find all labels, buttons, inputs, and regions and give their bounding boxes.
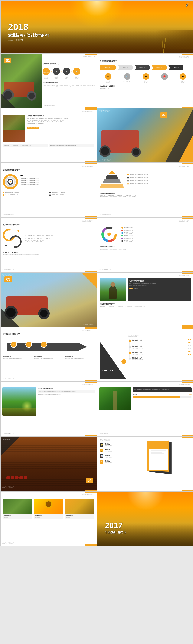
s13-add-text: 请此添加相关文字 xyxy=(128,335,191,337)
slide3-bottom-bar xyxy=(182,106,193,108)
s5-label: 点击添加相关标题文字 xyxy=(99,159,111,161)
s15-panel: 请此添加相关文字请此添加相关文字请此添加相关文字请此添加相关文字 xyxy=(133,388,192,392)
s7-bottom-bar xyxy=(182,216,193,217)
s6-item1: 请此添加相关文字请此添加 xyxy=(5,192,19,193)
s16-add-text: 请此添加相关文字 xyxy=(2,438,13,440)
s7-label: 点击添加相关标题文字 xyxy=(99,214,111,216)
slide2-heading: 点击添加相关标题文字 xyxy=(43,62,95,65)
tl4-title: 请此添加相关文字 xyxy=(132,357,143,359)
s11-bottom-title: 点击添加相关标题文字 xyxy=(100,303,191,305)
s5-add-text: 请此添加相关文字 xyxy=(99,110,110,112)
s12-bottom-bar xyxy=(85,380,97,381)
s7-top-bar xyxy=(182,163,193,164)
s18-bottom-bar xyxy=(85,544,97,546)
s9-label: 点击添加相关标题文字 xyxy=(99,269,111,270)
slide-13: YOUR TITLE 请此添加相关文字 请此添加相关文字 请此添加相关文字请此添… xyxy=(97,327,193,382)
s4-text1: 请此添加相关文字请此添加相关文字请此添加相关文字请此添加相关文字请此添加 xyxy=(27,118,94,120)
s18-label: 点击添加相关标题文字 xyxy=(2,542,14,544)
cover-subtitle: 主讲人：王图PPT xyxy=(8,39,49,42)
end-text: 千图感谢一路有你 xyxy=(105,531,126,534)
slide-2: 01 请此添加相关文字 点击添加相关标题文字 ✈ 请此添加相关文字 → ↗ → xyxy=(0,54,97,108)
s4-grid2: 请此添加相关文字请此添加相关文字请此添加相关文字 xyxy=(50,144,93,146)
s8-text3: 请此添加相关文字请此添加相关文字 xyxy=(25,240,94,242)
s8-add-text: 请此添加相关文字 xyxy=(3,220,93,222)
step-num-3: 3 xyxy=(43,343,45,346)
sub-title: 点击添加相关标题文字 xyxy=(43,82,95,84)
slide3-bottom-title: 点击添加相关标题文字 xyxy=(100,85,191,87)
s4-top-bar xyxy=(85,108,97,110)
s18-card3-text: 请此添加相关文字 xyxy=(66,517,93,518)
s7-title: 点击添加相关标题文字 xyxy=(100,192,191,194)
slide-5: 02 请此添加相关文字 点击添加相关标题文字 xyxy=(97,108,193,163)
slide-3: 请此添加相关文字 点击添加相关标题文字 请此添加 请此添加 请此添加 请此添加 xyxy=(97,54,193,108)
s17-icon1: 请此添加 xyxy=(105,443,112,445)
s15-progress-pct: 80% xyxy=(190,394,192,396)
s16-label: 点击添加相关标题文字 xyxy=(2,486,14,488)
s6-title: 点击添加相关标题文字 xyxy=(3,169,94,171)
step-num-1: 1 xyxy=(13,343,14,346)
s10-label: 点击添加相关标题文字 xyxy=(83,324,95,325)
s4-img2 xyxy=(3,130,25,142)
end-year: 2017 xyxy=(105,521,126,530)
s12-text2-title: 请此添加标题 xyxy=(34,356,63,358)
s18-card1-text: 请此添加相关文字 xyxy=(4,517,31,518)
step-03: 03 xyxy=(6,277,10,281)
slide-6: 请此添加相关文字 点击添加相关标题文字 ➤ 请此添加相关文字请此添加相关文字 请… xyxy=(0,163,97,217)
s7-text: 请此添加相关文字请此添加相关文字请此添加相关文字请此添加相关文字 xyxy=(100,195,191,197)
s11-top-bar xyxy=(182,273,193,274)
slide-17: 请此添加相关文字 📁 请此添加 请此添加相关文字 🔔 请此添加 请此添加相 xyxy=(97,437,193,491)
s14-text2: 请此添加相关文字请此添加相关文字请此添加相关文字 xyxy=(38,394,95,396)
circle-label-search: 请此添加相关文字 xyxy=(123,80,131,82)
slide-15: 请此添加相关文字 请此添加相关文字请此添加相关文字请此添加相关文字请此添加相关文… xyxy=(97,382,193,436)
s4-text3: 请此添加相关文字请此添加相关文字 xyxy=(27,122,94,124)
tl3-text: 请此添加相关文字请此添加 xyxy=(132,354,143,354)
slide-14: 请此添加相关文字 点击添加相关标题文字 请此添加相关文字请此添加相关文字请此添加… xyxy=(0,382,97,436)
s18-card2-title: 请此添加标题 xyxy=(35,514,63,516)
s9-top-bar xyxy=(182,218,193,219)
tl4-text: 请此添加相关文字请此添加 xyxy=(132,359,143,360)
s17-icon1-text: 请此添加相关文字 xyxy=(105,445,112,446)
s6-bottom-bar xyxy=(85,216,97,217)
s12-label: 点击添加相关标题文字 xyxy=(2,378,14,380)
s15-label: 点击添加相关标题文字 xyxy=(99,433,111,434)
s12-text3-body: 请此添加相关文字请此添加相关文字请此添加 xyxy=(65,358,94,359)
s12-text3-title: 请此添加标题 xyxy=(65,356,94,358)
s14-add-text: 请此添加相关文字 xyxy=(2,384,93,386)
s12-text1-body: 请此添加相关文字请此添加相关文字请此添加 xyxy=(3,358,32,359)
slide-19: 2017 千图感谢一路有你 www.tusancai.com 05940616 xyxy=(97,491,193,546)
s18-card3-title: 请此添加标题 xyxy=(66,514,93,516)
s10-add-text: 请此添加相关文字 xyxy=(2,274,13,276)
slide-18: 请此添加相关文字 请此添加标题 请此添加相关文字 请此添加标题 xyxy=(0,491,97,546)
step-01: 01 xyxy=(6,58,10,62)
s14-bottom-bar xyxy=(85,435,97,436)
s11-panel-text2: 请此添加相关文字请此添加相关文字 xyxy=(129,285,190,286)
s14-label: 点击添加相关标题文字 xyxy=(2,433,14,434)
s17-icon3-text: 请此添加相关文字 xyxy=(105,456,112,458)
s14-title: 点击添加相关标题文字 xyxy=(38,388,95,390)
slide-cover: 🔊 2018 农业招商引资计划书PPT 主讲人：王图PPT xyxy=(0,0,193,53)
s7-item2: 请此添加相关文字请此添加相关文字 xyxy=(130,177,148,178)
s8-bottom-text: 请此添加相关文字请此添加相关文字请此添加相关文字请此添加相关文字 xyxy=(3,254,94,256)
tl1-text: 请此添加相关文字请此添加 xyxy=(132,341,143,342)
s14-top-bar xyxy=(85,382,97,383)
s15-progress-label: 请此添加 xyxy=(133,394,137,396)
slide3-bottom-text: 请此添加相关文字 xyxy=(100,88,191,90)
slide3-add-title: 请此添加相关文字 xyxy=(100,56,190,58)
s9-item5: 请此添加相关文字 xyxy=(124,238,133,239)
speaker-icon: 🔊 xyxy=(185,3,190,7)
tl2-text: 请此添加相关文字请此添加 xyxy=(132,348,143,348)
slide-10: 03 请此添加相关文字 点击添加相关标题文字 xyxy=(0,272,97,327)
s9-bottom-text: 请此添加相关文字请此添加相关文字请此添加相关文字 xyxy=(100,248,191,250)
desc4: 请此添加相关文字 xyxy=(73,76,80,79)
watermark-code: 05940616 xyxy=(182,542,192,544)
s7-item1: 请此添加相关文字请此添加相关文字 xyxy=(130,174,148,176)
s12-title: 点击添加相关标题文字 xyxy=(3,333,94,336)
yellow-bottom-bar xyxy=(85,106,97,108)
s7-item4: 请此添加相关文字请此添加相关文字 xyxy=(130,183,148,184)
tl2-title: 请此添加相关文字 xyxy=(132,346,143,348)
cover-title: 农业招商引资计划书PPT xyxy=(8,33,49,38)
chev3: 请此添加 xyxy=(140,67,145,69)
s7-item3: 请此添加相关文字请此添加相关文字 xyxy=(130,180,148,182)
s8-label: 点击添加相关标题文字 xyxy=(2,269,14,270)
s17-add-text: 请此添加相关文字 xyxy=(100,439,122,441)
